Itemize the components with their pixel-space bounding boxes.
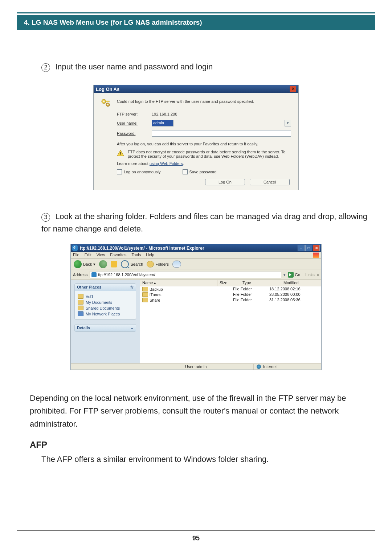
minimize-icon[interactable]: – bbox=[298, 245, 305, 251]
details-header[interactable]: Details ⌄ bbox=[75, 325, 136, 331]
file-list: Name ▴ Size Type Modified Backup File Fo… bbox=[140, 280, 321, 363]
section-banner: 4. LG NAS Web Menu Use (for LG NAS admin… bbox=[17, 15, 375, 30]
menu-tools[interactable]: Tools bbox=[132, 253, 141, 258]
table-row[interactable]: Share File Folder 31.12.2008 05:36 bbox=[140, 297, 321, 303]
expand-icon: ⌄ bbox=[130, 326, 134, 330]
toolbar: Back ▾ Search Folders bbox=[71, 259, 321, 270]
folder-icon bbox=[78, 306, 83, 310]
go-label: Go bbox=[295, 273, 301, 277]
cancel-button[interactable]: Cancel bbox=[250, 179, 290, 185]
log-on-button[interactable]: Log On bbox=[205, 179, 245, 185]
table-row[interactable]: Backup File Folder 18.12.2008 02:16 bbox=[140, 286, 321, 292]
warning-icon: ! bbox=[117, 150, 124, 156]
password-label: Password: bbox=[117, 131, 135, 136]
ie-icon bbox=[91, 272, 97, 277]
links-expand-icon[interactable]: » bbox=[317, 273, 319, 277]
explorer-sidebar: Other Places ☆ Vol1 My Documents Shared … bbox=[71, 280, 140, 363]
user-name-input[interactable]: admin bbox=[152, 120, 173, 126]
close-icon[interactable]: ✕ bbox=[290, 86, 296, 92]
sidebar-item-shared-documents[interactable]: Shared Documents bbox=[78, 306, 133, 310]
ftp-server-value: 192.168.1.200 bbox=[152, 112, 291, 116]
checkbox-icon bbox=[117, 169, 122, 174]
svg-text:!: ! bbox=[120, 151, 121, 156]
back-icon bbox=[74, 260, 82, 268]
address-input[interactable]: ftp://192.168.1.200/Vol1/system/ bbox=[90, 271, 281, 278]
chevron-down-icon[interactable]: ▾ bbox=[285, 120, 291, 126]
user-name-label: User name: bbox=[117, 121, 138, 125]
logon-message: Could not login to the FTP server with t… bbox=[117, 98, 291, 108]
save-password-checkbox[interactable]: Save password bbox=[183, 169, 217, 174]
status-net-label: Internet bbox=[263, 364, 277, 369]
sidebar-item-label: Vol1 bbox=[86, 294, 93, 299]
step-2-text: Input the user name and password and log… bbox=[55, 62, 213, 71]
file-type: File Folder bbox=[233, 287, 269, 291]
learn-web-folders-link[interactable]: using Web Folders bbox=[150, 161, 183, 166]
sidebar-item-label: My Network Places bbox=[86, 312, 120, 316]
table-row[interactable]: iTunes File Folder 28.05.2008 00:00 bbox=[140, 292, 321, 297]
menu-view[interactable]: View bbox=[97, 253, 105, 258]
explorer-titlebar: ftp://192.168.1.200/Vol1/system/ - Micro… bbox=[71, 244, 321, 252]
forward-icon[interactable] bbox=[99, 260, 107, 268]
logon-title: Log On As bbox=[96, 86, 119, 92]
ie-icon bbox=[72, 245, 78, 251]
menu-file[interactable]: File bbox=[73, 253, 79, 258]
network-icon bbox=[78, 311, 83, 316]
window-close-icon[interactable]: ✕ bbox=[313, 245, 320, 251]
file-modified: 18.12.2008 02:16 bbox=[269, 287, 321, 291]
sidebar-item-label: My Documents bbox=[86, 300, 112, 305]
ftp-server-label: FTP server: bbox=[117, 112, 152, 116]
file-name: iTunes bbox=[150, 293, 162, 297]
after-logon-text: After you log on, you can add this serve… bbox=[117, 142, 291, 146]
folder-icon bbox=[78, 300, 83, 305]
maximize-icon[interactable]: □ bbox=[305, 245, 312, 251]
footer-rule bbox=[17, 530, 375, 531]
details-title: Details bbox=[77, 326, 90, 330]
favorites-icon[interactable] bbox=[111, 261, 117, 267]
status-bar: User: admin Internet bbox=[71, 363, 321, 370]
search-button[interactable]: Search bbox=[121, 260, 143, 268]
column-type[interactable]: Type bbox=[240, 280, 281, 286]
page-number: 95 bbox=[0, 535, 392, 542]
menu-favorites[interactable]: Favorites bbox=[110, 253, 126, 258]
go-button[interactable]: Go bbox=[288, 272, 301, 278]
address-dropdown-icon[interactable]: ▾ bbox=[283, 273, 286, 277]
sidebar-item-my-network-places[interactable]: My Network Places bbox=[78, 311, 133, 316]
explorer-title: ftp://192.168.1.200/Vol1/system/ - Micro… bbox=[80, 246, 204, 251]
column-size[interactable]: Size bbox=[217, 280, 240, 286]
column-modified[interactable]: Modified bbox=[281, 280, 321, 286]
status-zone: Internet bbox=[254, 364, 321, 370]
folders-label: Folders bbox=[155, 262, 169, 266]
keys-icon bbox=[101, 98, 113, 108]
folder-icon bbox=[142, 287, 148, 291]
chevron-down-icon: ▾ bbox=[93, 262, 95, 267]
back-button[interactable]: Back ▾ bbox=[74, 260, 95, 268]
other-places-header[interactable]: Other Places ☆ bbox=[75, 284, 136, 291]
address-value: ftp://192.168.1.200/Vol1/system/ bbox=[98, 273, 155, 277]
folders-button[interactable]: Folders bbox=[147, 261, 169, 267]
folder-icon bbox=[142, 292, 148, 297]
status-user: User: admin bbox=[182, 364, 254, 370]
file-name: Share bbox=[150, 298, 160, 302]
folder-icon bbox=[78, 294, 83, 299]
logon-titlebar: Log On As ✕ bbox=[94, 85, 298, 93]
svg-rect-2 bbox=[106, 101, 109, 102]
back-label: Back bbox=[83, 262, 92, 266]
menu-bar: File Edit View Favorites Tools Help bbox=[71, 252, 321, 259]
menu-edit[interactable]: Edit bbox=[85, 253, 91, 258]
password-input[interactable] bbox=[152, 130, 291, 137]
checkbox-icon bbox=[183, 169, 188, 174]
log-on-anonymously-checkbox[interactable]: Log on anonymously bbox=[117, 169, 161, 174]
address-bar: Address ftp://192.168.1.200/Vol1/system/… bbox=[71, 270, 321, 280]
sidebar-item-my-documents[interactable]: My Documents bbox=[78, 300, 133, 305]
explorer-window: ftp://192.168.1.200/Vol1/system/ - Micro… bbox=[70, 244, 322, 370]
links-label[interactable]: Links bbox=[305, 273, 315, 277]
views-icon[interactable] bbox=[172, 261, 181, 268]
save-label: Save password bbox=[189, 170, 217, 174]
sidebar-item-label: Shared Documents bbox=[86, 306, 120, 310]
anon-label: Log on anonymously bbox=[124, 170, 161, 174]
learn-prefix: Learn more about bbox=[117, 161, 150, 166]
sidebar-item-vol1[interactable]: Vol1 bbox=[78, 294, 133, 299]
column-name[interactable]: Name ▴ bbox=[140, 280, 217, 286]
menu-help[interactable]: Help bbox=[146, 253, 154, 258]
paragraph-afp: The AFP offers a similar environment to … bbox=[41, 453, 375, 466]
